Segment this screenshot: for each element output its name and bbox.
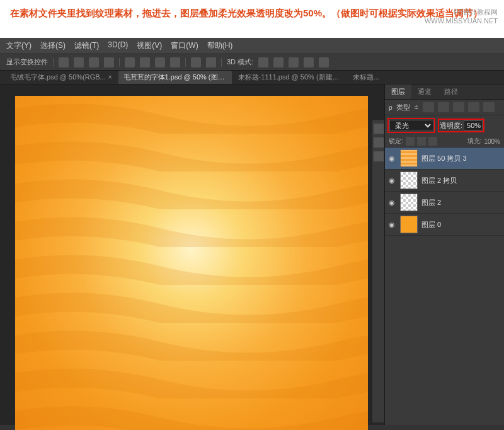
visibility-icon[interactable]: ◉ xyxy=(387,176,396,185)
collapsed-panel-icon[interactable] xyxy=(374,137,384,148)
layer-name[interactable]: 图层 0 xyxy=(421,220,441,230)
lock-position-icon[interactable] xyxy=(417,137,426,146)
layer-name[interactable]: 图层 50 拷贝 3 xyxy=(421,154,467,163)
tab-channels[interactable]: 通道 xyxy=(411,84,438,99)
3d-icon[interactable] xyxy=(289,57,299,67)
menu-3d[interactable]: 3D(D) xyxy=(108,40,128,51)
menu-help[interactable]: 帮助(H) xyxy=(207,40,233,51)
3d-icon[interactable] xyxy=(304,57,314,67)
layer-row[interactable]: ◉ 图层 50 拷贝 3 xyxy=(385,148,504,170)
filter-adjust-icon[interactable] xyxy=(438,102,449,112)
layer-row[interactable]: ◉ 图层 2 拷贝 xyxy=(385,170,504,192)
canvas[interactable] xyxy=(15,96,368,430)
options-bar: 显示变换控件 3D 模式: xyxy=(0,54,504,71)
align-icon[interactable] xyxy=(104,57,114,67)
3d-mode-label: 3D 模式: xyxy=(227,57,253,67)
filter-pixel-icon[interactable] xyxy=(423,102,434,112)
show-transform-controls[interactable]: 显示变换控件 xyxy=(6,57,48,67)
opacity-input[interactable] xyxy=(464,120,483,131)
menu-filter[interactable]: 滤镜(T) xyxy=(74,40,99,51)
layer-thumbnail[interactable] xyxy=(400,149,418,167)
kind-label: 类型 xyxy=(396,103,410,112)
3d-icon[interactable] xyxy=(258,57,268,67)
distribute-icon[interactable] xyxy=(155,57,165,67)
opacity-highlight: 透明度: xyxy=(438,119,484,132)
distribute-icon[interactable] xyxy=(140,57,150,67)
layer-thumbnail[interactable] xyxy=(400,216,418,233)
menu-view[interactable]: 视图(V) xyxy=(137,40,162,51)
layers-panel: 图层 通道 路径 ρ 类型 ≑ 柔光 xyxy=(384,84,504,425)
separator xyxy=(53,58,54,67)
canvas-area[interactable] xyxy=(0,84,384,425)
layer-name[interactable]: 图层 2 拷贝 xyxy=(421,176,457,185)
distribute-icon[interactable] xyxy=(206,57,216,67)
separator xyxy=(119,58,120,67)
visibility-icon[interactable]: ◉ xyxy=(387,220,396,229)
menu-select[interactable]: 选择(S) xyxy=(40,40,66,51)
close-icon[interactable]: × xyxy=(108,74,112,81)
photoshop-window: 文字(Y) 选择(S) 滤镜(T) 3D(D) 视图(V) 窗口(W) 帮助(H… xyxy=(0,38,504,430)
lock-all-icon[interactable] xyxy=(428,137,437,146)
panel-tabs: 图层 通道 路径 xyxy=(385,84,504,100)
document-tabs: 毛绒毛字体.psd @ 50%(RGB...× 毛茸茸的字体1.psd @ 50… xyxy=(0,71,504,84)
document-tab[interactable]: 未标题-1111.psd @ 50% (新建一个方...× xyxy=(233,71,346,84)
collapsed-panel-strip xyxy=(372,120,384,422)
separator xyxy=(221,58,222,67)
layer-thumbnail[interactable] xyxy=(400,194,418,211)
distribute-icon[interactable] xyxy=(125,57,135,67)
blend-mode-select[interactable]: 柔光 xyxy=(389,120,433,131)
svg-rect-0 xyxy=(15,96,368,430)
distribute-icon[interactable] xyxy=(170,57,180,67)
layer-row[interactable]: ◉ 图层 0 xyxy=(385,214,504,236)
workspace: 图层 通道 路径 ρ 类型 ≑ 柔光 xyxy=(0,84,504,425)
document-tab-active[interactable]: 毛茸茸的字体1.psd @ 50% (图层 50 拷贝 3, RGB/8) *× xyxy=(118,71,232,84)
layer-name[interactable]: 图层 2 xyxy=(421,198,441,207)
filter-smart-icon[interactable] xyxy=(483,102,495,112)
document-tab[interactable]: 毛绒毛字体.psd @ 50%(RGB...× xyxy=(5,71,117,84)
align-icon[interactable] xyxy=(59,57,69,67)
visibility-icon[interactable]: ◉ xyxy=(387,154,396,163)
filter-type-icon[interactable] xyxy=(453,102,464,112)
align-icon[interactable] xyxy=(89,57,99,67)
layer-thumbnail[interactable] xyxy=(400,171,418,189)
distribute-icon[interactable] xyxy=(191,57,201,67)
wave-texture xyxy=(15,96,368,430)
document-tab[interactable]: 未标题... xyxy=(348,71,384,84)
layer-row[interactable]: ◉ 图层 2 xyxy=(385,192,504,214)
3d-icon[interactable] xyxy=(273,57,284,67)
blend-mode-highlight: 柔光 xyxy=(387,118,435,133)
blend-opacity-row: 柔光 透明度: xyxy=(385,115,504,136)
menu-text[interactable]: 文字(Y) xyxy=(6,40,32,51)
opacity-label: 透明度: xyxy=(440,121,462,131)
visibility-icon[interactable]: ◉ xyxy=(387,198,396,207)
watermark: PS设计教程网 WWW.MISSYUAN.NET xyxy=(425,8,498,26)
tab-layers[interactable]: 图层 xyxy=(385,84,411,99)
tab-paths[interactable]: 路径 xyxy=(438,84,464,99)
layer-filter-row: ρ 类型 ≑ xyxy=(385,100,504,115)
separator xyxy=(185,58,186,67)
lock-row: 锁定: 填充: 100% xyxy=(385,136,504,148)
menu-bar: 文字(Y) 选择(S) 滤镜(T) 3D(D) 视图(V) 窗口(W) 帮助(H… xyxy=(0,38,504,54)
3d-icon[interactable] xyxy=(319,57,329,67)
collapsed-panel-icon[interactable] xyxy=(374,124,384,134)
collapsed-panel-icon[interactable] xyxy=(374,151,384,161)
lock-pixels-icon[interactable] xyxy=(406,137,415,146)
align-icon[interactable] xyxy=(74,57,84,67)
filter-shape-icon[interactable] xyxy=(468,102,479,112)
menu-window[interactable]: 窗口(W) xyxy=(171,40,198,51)
